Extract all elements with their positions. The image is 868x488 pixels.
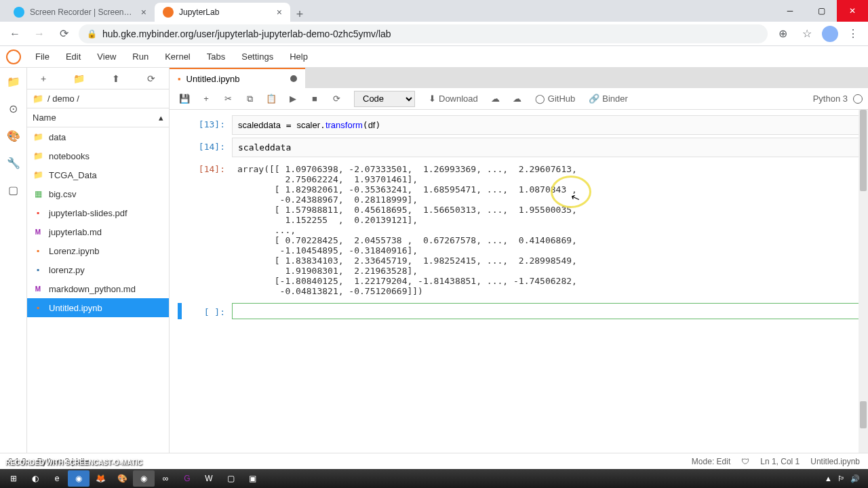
code-cell[interactable]: [14]: scaleddata (178, 138, 860, 157)
close-icon[interactable]: × (277, 7, 282, 18)
cell-type-select[interactable]: Code (354, 91, 415, 107)
binder-link[interactable]: 🔗 Binder (589, 94, 628, 104)
save-button[interactable]: 💾 (175, 89, 194, 108)
ipynb-icon (33, 302, 43, 313)
tray-icon[interactable]: 🏳 (837, 474, 845, 483)
kernel-status[interactable]: Python 3 (813, 94, 863, 104)
browser-titlebar: Screen Recorder | Screencast-O... × Jupy… (0, 0, 868, 22)
zoom-icon[interactable]: ⊕ (773, 24, 792, 43)
notebook-tab[interactable]: Untitled.ipynb (170, 68, 305, 88)
copy-button[interactable]: ⧉ (240, 89, 259, 108)
scrollbar[interactable] (859, 110, 868, 469)
output-prompt: [14]: (178, 160, 232, 300)
notebook-tab-bar: Untitled.ipynb (170, 68, 868, 88)
file-item[interactable]: markdown_python.md (27, 279, 169, 298)
reload-button[interactable]: ⟳ (54, 24, 73, 43)
new-folder-button[interactable]: 📁 (73, 73, 85, 84)
file-item[interactable]: Lorenz.ipynb (27, 241, 169, 260)
status-file: Untitled.ipynb (810, 457, 860, 466)
menu-settings[interactable]: Settings (233, 46, 281, 67)
taskbar-app[interactable]: ▣ (241, 470, 263, 487)
name-column: Name (33, 113, 56, 123)
refresh-button[interactable]: ⟳ (147, 73, 155, 84)
taskbar-app[interactable]: e (46, 470, 68, 487)
menu-view[interactable]: View (89, 46, 124, 67)
address-bar[interactable]: 🔒 hub.gke.mybinder.org/user/jupyterlab-j… (79, 24, 768, 43)
cut-button[interactable]: ✂ (218, 89, 237, 108)
download-link[interactable]: ⬇ Download (429, 94, 478, 104)
file-item[interactable]: 📁data (27, 127, 169, 146)
settings-icon[interactable]: 🔧 (5, 155, 22, 171)
file-item[interactable]: lorenz.py (27, 260, 169, 279)
system-tray[interactable]: ▲ 🏳 🔊 (825, 474, 865, 483)
taskbar-app[interactable]: 🎨 (111, 470, 133, 487)
commands-icon[interactable]: 🎨 (5, 127, 22, 144)
folder-icon: 📁 (33, 150, 43, 161)
file-item[interactable]: jupyterlab.md (27, 222, 169, 241)
start-button[interactable]: ⊞ (3, 470, 24, 487)
file-item[interactable]: jupyterlab-slides.pdf (27, 203, 169, 222)
taskbar-app[interactable]: ◐ (24, 470, 46, 487)
cloud-upload-icon[interactable]: ☁ (508, 89, 527, 108)
main-area: Untitled.ipynb 💾 + ✂ ⧉ 📋 ▶ ■ ⟳ Code ⬇ Do… (170, 68, 868, 469)
taskbar-app[interactable]: ∞ (155, 470, 176, 487)
scrollbar-thumb[interactable] (860, 401, 867, 428)
taskbar-app[interactable]: ▢ (220, 470, 241, 487)
insert-cell-button[interactable]: + (197, 89, 216, 108)
file-browser-icon[interactable]: 📁 (5, 73, 22, 89)
tabs-icon[interactable]: ▢ (5, 182, 22, 198)
file-item[interactable]: 📁TCGA_Data (27, 165, 169, 184)
new-tab-button[interactable]: + (290, 7, 309, 22)
scrollbar-thumb[interactable] (860, 110, 867, 191)
menu-tabs[interactable]: Tabs (199, 46, 233, 67)
stop-button[interactable]: ■ (305, 89, 324, 108)
file-browser-header[interactable]: Name ▴ (27, 108, 169, 127)
avatar[interactable] (822, 26, 838, 42)
browser-tab-screencast[interactable]: Screen Recorder | Screencast-O... × (5, 3, 155, 22)
taskbar-chrome[interactable]: ◉ (133, 470, 155, 487)
trusted-icon[interactable]: 🛡 (741, 457, 749, 466)
back-button[interactable]: ← (5, 24, 24, 43)
menu-icon[interactable]: ⋮ (844, 24, 863, 43)
breadcrumb[interactable]: 📁 / demo / (27, 89, 169, 108)
file-item[interactable]: Untitled.ipynb (27, 298, 169, 317)
tray-icon[interactable]: 🔊 (850, 474, 860, 483)
upload-button[interactable]: ⬆ (112, 73, 120, 84)
cell-input: scaleddata = scaler.transform(df) (232, 115, 860, 135)
browser-tab-jupyterlab[interactable]: JupyterLab × (155, 3, 290, 22)
run-button[interactable]: ▶ (283, 89, 302, 108)
menu-help[interactable]: Help (281, 46, 316, 67)
taskbar-app[interactable]: 🦊 (90, 470, 111, 487)
jupyter-logo[interactable] (0, 46, 27, 68)
bookmark-icon[interactable]: ☆ (797, 24, 816, 43)
new-launcher-button[interactable]: + (41, 73, 46, 84)
binder-icon: 🔗 (589, 94, 599, 104)
running-icon[interactable]: ⊙ (5, 100, 22, 117)
menu-file[interactable]: File (27, 46, 58, 67)
close-button[interactable]: ✕ (837, 0, 868, 22)
maximize-button[interactable]: ▢ (806, 0, 837, 22)
close-icon[interactable]: × (141, 7, 146, 18)
notebook-content[interactable]: [13]: scaleddata = scaler.transform(df) … (170, 110, 868, 469)
cell-input[interactable] (232, 303, 860, 319)
github-link[interactable]: ◯ GitHub (535, 94, 575, 104)
tray-icon[interactable]: ▲ (825, 474, 832, 483)
forward-button[interactable]: → (30, 24, 49, 43)
taskbar-app[interactable]: W (198, 470, 220, 487)
active-code-cell[interactable]: [ ]: (178, 303, 860, 319)
file-item[interactable]: big.csv (27, 184, 169, 203)
menu-kernel[interactable]: Kernel (157, 46, 199, 67)
menu-run[interactable]: Run (124, 46, 157, 67)
minimize-button[interactable]: ─ (774, 0, 806, 22)
menu-edit[interactable]: Edit (58, 46, 89, 67)
cloud-download-icon[interactable]: ☁ (486, 89, 505, 108)
taskbar-app[interactable]: ◉ (68, 470, 90, 487)
file-item[interactable]: 📁notebooks (27, 146, 169, 165)
watermark: RECORDED WITH SCREENCAST-O-MATIC (5, 459, 142, 466)
code-cell[interactable]: [13]: scaleddata = scaler.transform(df) (178, 115, 860, 135)
paste-button[interactable]: 📋 (262, 89, 281, 108)
restart-button[interactable]: ⟳ (327, 89, 346, 108)
taskbar-app[interactable]: G (176, 470, 198, 487)
file-name: jupyterlab-slides.pdf (49, 208, 127, 218)
taskbar: ⊞ ◐ e ◉ 🦊 🎨 ◉ ∞ G W ▢ ▣ ▲ 🏳 🔊 (0, 469, 868, 488)
